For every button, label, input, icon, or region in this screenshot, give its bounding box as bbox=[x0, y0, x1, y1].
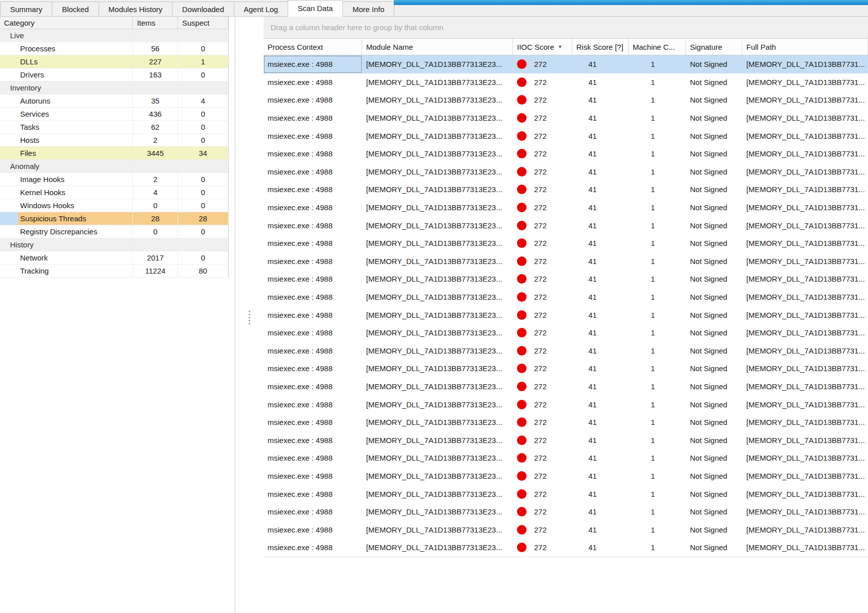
grid-row[interactable]: msiexec.exe : 4988[MEMORY_DLL_7A1D13BB77… bbox=[264, 145, 868, 163]
tab-summary[interactable]: Summary bbox=[0, 2, 52, 16]
grid-row[interactable]: msiexec.exe : 4988[MEMORY_DLL_7A1D13BB77… bbox=[264, 91, 868, 109]
iioc-score-cell: 272 bbox=[513, 503, 572, 521]
grid-row[interactable]: msiexec.exe : 4988[MEMORY_DLL_7A1D13BB77… bbox=[264, 503, 868, 521]
category-row-windows-hooks[interactable]: Windows Hooks00 bbox=[0, 199, 228, 212]
risk-score-cell: 41 bbox=[572, 520, 629, 539]
module-name-cell: [MEMORY_DLL_7A1D13BB77313E23... bbox=[362, 342, 513, 360]
category-row-registry-discrepancies[interactable]: Registry Discrepancies00 bbox=[0, 225, 228, 238]
grid-row[interactable]: msiexec.exe : 4988[MEMORY_DLL_7A1D13BB77… bbox=[264, 413, 868, 431]
grid-row[interactable]: msiexec.exe : 4988[MEMORY_DLL_7A1D13BB77… bbox=[264, 252, 868, 271]
full-path-cell: [MEMORY_DLL_7A1D13BB7731... bbox=[742, 539, 868, 557]
column-header-signature[interactable]: Signature bbox=[686, 39, 742, 55]
grid-row[interactable]: msiexec.exe : 4988[MEMORY_DLL_7A1D13BB77… bbox=[264, 324, 868, 342]
items-count: 0 bbox=[133, 199, 178, 212]
category-group-live[interactable]: Live bbox=[0, 29, 228, 42]
column-header-full-path[interactable]: Full Path bbox=[742, 39, 868, 55]
grid-row[interactable]: msiexec.exe : 4988[MEMORY_DLL_7A1D13BB77… bbox=[264, 109, 868, 127]
category-row-processes[interactable]: Processes560 bbox=[0, 42, 228, 55]
module-name-cell: [MEMORY_DLL_7A1D13BB77313E23... bbox=[362, 216, 513, 234]
grid-row[interactable]: msiexec.exe : 4988[MEMORY_DLL_7A1D13BB77… bbox=[264, 216, 868, 234]
machine-count-cell: 1 bbox=[629, 199, 686, 217]
grid-row[interactable]: msiexec.exe : 4988[MEMORY_DLL_7A1D13BB77… bbox=[264, 163, 868, 181]
risk-score-cell: 41 bbox=[572, 55, 629, 73]
column-header-machine-c[interactable]: Machine C... bbox=[629, 39, 686, 55]
category-row-services[interactable]: Services4360 bbox=[0, 108, 228, 121]
grid-row[interactable]: msiexec.exe : 4988[MEMORY_DLL_7A1D13BB77… bbox=[264, 306, 868, 324]
grid-row[interactable]: msiexec.exe : 4988[MEMORY_DLL_7A1D13BB77… bbox=[264, 127, 868, 145]
process-context-cell: msiexec.exe : 4988 bbox=[264, 413, 362, 431]
grid-row[interactable]: msiexec.exe : 4988[MEMORY_DLL_7A1D13BB77… bbox=[264, 55, 868, 73]
module-name-cell: [MEMORY_DLL_7A1D13BB77313E23... bbox=[362, 431, 513, 449]
tab-agent-log[interactable]: Agent Log bbox=[234, 2, 288, 16]
iioc-score-value: 272 bbox=[534, 311, 547, 319]
group-by-zone[interactable]: Drag a column header here to group by th… bbox=[264, 17, 868, 39]
module-name-cell: [MEMORY_DLL_7A1D13BB77313E23... bbox=[362, 270, 513, 288]
column-header-process-context[interactable]: Process Context bbox=[264, 39, 362, 55]
module-name-cell: [MEMORY_DLL_7A1D13BB77313E23... bbox=[362, 234, 513, 252]
category-row-image-hooks[interactable]: Image Hooks20 bbox=[0, 173, 228, 186]
category-row-hosts[interactable]: Hosts20 bbox=[0, 134, 228, 147]
grid-row[interactable]: msiexec.exe : 4988[MEMORY_DLL_7A1D13BB77… bbox=[264, 467, 868, 485]
tab-blocked[interactable]: Blocked bbox=[52, 2, 99, 16]
grid-row[interactable]: msiexec.exe : 4988[MEMORY_DLL_7A1D13BB77… bbox=[264, 288, 868, 306]
machine-count-cell: 1 bbox=[629, 485, 686, 503]
grid-row[interactable]: msiexec.exe : 4988[MEMORY_DLL_7A1D13BB77… bbox=[264, 520, 868, 539]
module-name-cell: [MEMORY_DLL_7A1D13BB77313E23... bbox=[362, 539, 513, 557]
category-row-files[interactable]: Files344534 bbox=[0, 147, 228, 160]
column-header-module-name[interactable]: Module Name bbox=[362, 39, 513, 55]
category-row-kernel-hooks[interactable]: Kernel Hooks40 bbox=[0, 186, 228, 199]
category-row-tasks[interactable]: Tasks620 bbox=[0, 121, 228, 134]
column-header-risk-score[interactable]: Risk Score [?] bbox=[572, 39, 629, 55]
grid-row[interactable]: msiexec.exe : 4988[MEMORY_DLL_7A1D13BB77… bbox=[264, 395, 868, 413]
category-group-anomaly[interactable]: Anomaly bbox=[0, 160, 228, 173]
iioc-score-value: 272 bbox=[534, 436, 547, 445]
column-header-iioc-score[interactable]: IIOC Score▼ bbox=[513, 39, 572, 55]
category-group-inventory[interactable]: Inventory bbox=[0, 81, 228, 95]
category-row-suspicious-threads[interactable]: Suspicious Threads2828 bbox=[0, 212, 228, 225]
tab-more-info[interactable]: More Info bbox=[342, 2, 394, 16]
column-header-suspect[interactable]: Suspect bbox=[178, 17, 228, 29]
grid-row[interactable]: msiexec.exe : 4988[MEMORY_DLL_7A1D13BB77… bbox=[264, 449, 868, 467]
signature-cell: Not Signed bbox=[686, 467, 742, 485]
module-name-cell: [MEMORY_DLL_7A1D13BB77313E23... bbox=[362, 449, 513, 467]
category-group-history[interactable]: History bbox=[0, 238, 228, 251]
grid-row[interactable]: msiexec.exe : 4988[MEMORY_DLL_7A1D13BB77… bbox=[264, 539, 868, 557]
category-row-drivers[interactable]: Drivers1630 bbox=[0, 68, 228, 81]
category-row-network[interactable]: Network20170 bbox=[0, 251, 228, 265]
process-context-cell: msiexec.exe : 4988 bbox=[264, 163, 362, 181]
grid-row[interactable]: msiexec.exe : 4988[MEMORY_DLL_7A1D13BB77… bbox=[264, 234, 868, 252]
signature-cell: Not Signed bbox=[686, 503, 742, 521]
suspect-count: 0 bbox=[178, 173, 228, 186]
category-row-dlls[interactable]: DLLs2271 bbox=[0, 55, 228, 68]
grid-row[interactable]: msiexec.exe : 4988[MEMORY_DLL_7A1D13BB77… bbox=[264, 360, 868, 378]
category-row-tracking[interactable]: Tracking1122480 bbox=[0, 265, 228, 278]
full-path-cell: [MEMORY_DLL_7A1D13BB7731... bbox=[742, 503, 868, 521]
iioc-score-value: 272 bbox=[534, 418, 547, 426]
grid-row[interactable]: msiexec.exe : 4988[MEMORY_DLL_7A1D13BB77… bbox=[264, 73, 868, 92]
grid-row[interactable]: msiexec.exe : 4988[MEMORY_DLL_7A1D13BB77… bbox=[264, 270, 868, 288]
grid-row[interactable]: msiexec.exe : 4988[MEMORY_DLL_7A1D13BB77… bbox=[264, 485, 868, 503]
iioc-score-value: 272 bbox=[534, 346, 547, 355]
column-header-category[interactable]: Category bbox=[0, 17, 133, 29]
process-context-cell: msiexec.exe : 4988 bbox=[264, 145, 362, 163]
process-context-cell: msiexec.exe : 4988 bbox=[264, 181, 362, 199]
grid-row[interactable]: msiexec.exe : 4988[MEMORY_DLL_7A1D13BB77… bbox=[264, 181, 868, 199]
risk-score-cell: 41 bbox=[572, 539, 629, 557]
tab-downloaded[interactable]: Downloaded bbox=[172, 2, 234, 16]
grid-row[interactable]: msiexec.exe : 4988[MEMORY_DLL_7A1D13BB77… bbox=[264, 431, 868, 449]
grid-row[interactable]: msiexec.exe : 4988[MEMORY_DLL_7A1D13BB77… bbox=[264, 199, 868, 217]
category-row-autoruns[interactable]: Autoruns354 bbox=[0, 95, 228, 108]
column-header-items[interactable]: Items bbox=[133, 17, 178, 29]
module-name-cell: [MEMORY_DLL_7A1D13BB77313E23... bbox=[362, 485, 513, 503]
tab-scan-data[interactable]: Scan Data bbox=[288, 0, 343, 17]
panel-splitter[interactable] bbox=[235, 17, 264, 613]
full-path-cell: [MEMORY_DLL_7A1D13BB7731... bbox=[742, 431, 868, 449]
iioc-score-value: 272 bbox=[534, 132, 547, 140]
iioc-score-cell: 272 bbox=[513, 520, 572, 539]
risk-score-cell: 41 bbox=[572, 127, 629, 145]
tab-modules-history[interactable]: Modules History bbox=[99, 2, 173, 16]
splitter-grip-icon bbox=[249, 311, 250, 324]
grid-row[interactable]: msiexec.exe : 4988[MEMORY_DLL_7A1D13BB77… bbox=[264, 378, 868, 396]
items-count: 4 bbox=[133, 186, 178, 199]
grid-row[interactable]: msiexec.exe : 4988[MEMORY_DLL_7A1D13BB77… bbox=[264, 342, 868, 360]
